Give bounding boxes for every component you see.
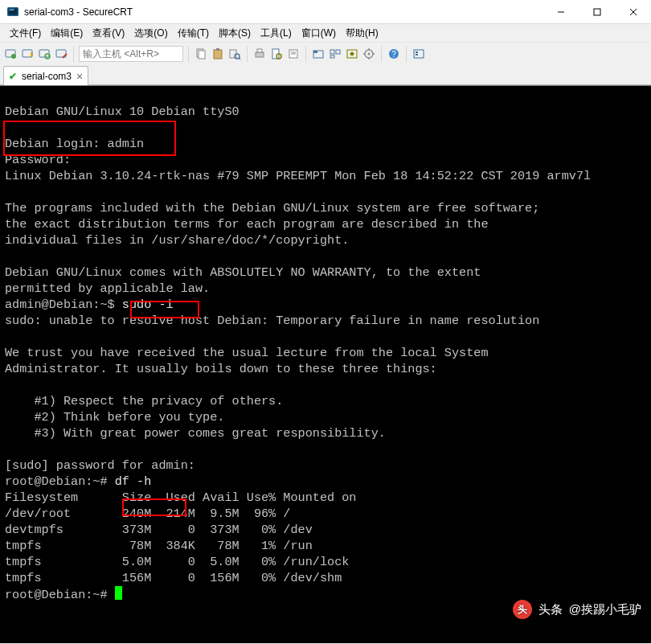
menu-transfer[interactable]: 传输(T) bbox=[173, 25, 214, 42]
menu-tools[interactable]: 工具(L) bbox=[256, 25, 297, 42]
toolbar-new-tab-icon[interactable] bbox=[311, 47, 326, 61]
terminal-prompt: root@Debian:~# bbox=[5, 474, 115, 489]
terminal-line: #2) Think before you type. bbox=[5, 410, 224, 425]
svg-point-35 bbox=[368, 52, 371, 55]
svg-rect-29 bbox=[313, 51, 317, 53]
terminal-line: Filesystem Size Used Avail Use% Mounted … bbox=[5, 490, 356, 505]
minimize-button[interactable] bbox=[542, 0, 579, 23]
toolbar-fullscreen-icon[interactable] bbox=[345, 47, 359, 61]
terminal-command: df -h bbox=[115, 474, 152, 489]
svg-rect-21 bbox=[256, 52, 264, 57]
toolbar-separator bbox=[247, 46, 248, 62]
terminal-line: tmpfs 5.0M 0 5.0M 0% /run/lock bbox=[5, 555, 349, 569]
terminal-line: permitted by applicable law. bbox=[5, 281, 210, 296]
toolbar-help-icon[interactable]: ? bbox=[387, 47, 401, 61]
toolbar-reconnect-icon[interactable] bbox=[37, 47, 51, 61]
window-titlebar: serial-com3 - SecureCRT bbox=[0, 0, 651, 24]
terminal-line: #3) With great power comes great respons… bbox=[5, 426, 386, 441]
tab-strip: ✔ serial-com3 × bbox=[0, 64, 651, 85]
terminal-line: Debian GNU/Linux 10 Debian ttyS0 bbox=[5, 105, 240, 119]
tab-close-icon[interactable]: × bbox=[76, 71, 83, 82]
svg-point-8 bbox=[11, 54, 16, 59]
terminal-line: individual files in /usr/share/doc/*/cop… bbox=[5, 233, 349, 248]
svg-rect-17 bbox=[216, 48, 219, 51]
toolbar-disconnect-icon[interactable] bbox=[54, 47, 68, 61]
toolbar-copy-icon[interactable] bbox=[194, 47, 208, 61]
terminal-prompt: admin@Debian:~$ bbox=[5, 297, 122, 312]
toolbar-find-icon[interactable] bbox=[227, 47, 242, 61]
toolbar-log-icon[interactable] bbox=[286, 47, 301, 61]
toolbar-tile-icon[interactable] bbox=[328, 47, 342, 61]
terminal-line: tmpfs 78M 384K 78M 1% /run bbox=[5, 539, 313, 553]
close-button[interactable] bbox=[615, 0, 651, 23]
terminal-line: the exact distribution terms for each pr… bbox=[5, 217, 489, 232]
toolbar-separator bbox=[381, 46, 382, 62]
toolbar-print-icon[interactable] bbox=[252, 47, 267, 61]
svg-rect-16 bbox=[214, 50, 222, 59]
terminal-line: Debian GNU/Linux comes with ABSOLUTELY N… bbox=[5, 265, 481, 280]
terminal-output: Debian GNU/Linux 10 Debian ttyS0 Debian … bbox=[0, 86, 651, 606]
toolbar-separator bbox=[406, 46, 407, 62]
menu-edit[interactable]: 编辑(E) bbox=[46, 25, 88, 42]
svg-rect-15 bbox=[199, 51, 205, 59]
terminal-line: Administrator. It usually boils down to … bbox=[5, 362, 437, 376]
tab-serial-com3[interactable]: ✔ serial-com3 × bbox=[3, 66, 88, 85]
menu-view[interactable]: 查看(V) bbox=[88, 25, 129, 42]
toolbar-connect-icon[interactable] bbox=[3, 47, 18, 61]
terminal-line: We trust you have received the usual lec… bbox=[5, 346, 489, 360]
cursor-icon bbox=[115, 586, 122, 600]
toolbar-separator bbox=[305, 46, 306, 62]
terminal-line: Password: bbox=[5, 153, 71, 167]
terminal-pane[interactable]: Debian GNU/Linux 10 Debian ttyS0 Debian … bbox=[0, 85, 651, 643]
toolbar-quick-connect-icon[interactable] bbox=[20, 47, 35, 61]
terminal-line: The programs included with the Debian GN… bbox=[5, 201, 539, 215]
terminal-line: Linux Debian 3.10.24-rtk-nas #79 SMP PRE… bbox=[5, 169, 591, 183]
app-icon bbox=[6, 6, 19, 18]
terminal-line: tmpfs 156M 0 156M 0% /dev/shm bbox=[5, 571, 342, 585]
window-controls bbox=[542, 0, 651, 23]
maximize-button[interactable] bbox=[579, 0, 615, 23]
toolbar-options-icon[interactable] bbox=[362, 47, 376, 61]
menu-script[interactable]: 脚本(S) bbox=[214, 25, 256, 42]
terminal-line: devtmpfs 373M 0 373M 0% /dev bbox=[5, 523, 313, 537]
watermark-logo-icon: 头 bbox=[513, 600, 532, 619]
watermark-handle: @挨踢小毛驴 bbox=[569, 602, 641, 617]
terminal-prompt: root@Debian:~# bbox=[5, 588, 115, 602]
terminal-command: sudo -i bbox=[122, 297, 174, 312]
svg-rect-2 bbox=[10, 9, 14, 10]
toolbar-separator bbox=[188, 46, 189, 62]
svg-rect-43 bbox=[416, 51, 418, 53]
svg-rect-31 bbox=[336, 50, 340, 54]
menu-window[interactable]: 窗口(W) bbox=[297, 25, 341, 42]
watermark: 头 头条 @挨踢小毛驴 bbox=[513, 600, 641, 619]
status-connected-icon: ✔ bbox=[9, 71, 17, 82]
watermark-brand: 头条 bbox=[538, 602, 563, 617]
menu-help[interactable]: 帮助(H) bbox=[341, 25, 383, 42]
svg-rect-4 bbox=[594, 9, 600, 15]
terminal-line: Debian login: admin bbox=[5, 137, 144, 151]
host-input[interactable] bbox=[79, 46, 183, 62]
toolbar-paste-icon[interactable] bbox=[211, 47, 225, 61]
toolbar-properties-icon[interactable] bbox=[269, 47, 284, 61]
svg-text:?: ? bbox=[391, 50, 396, 59]
terminal-line: [sudo] password for admin: bbox=[5, 458, 195, 473]
tab-label: serial-com3 bbox=[22, 71, 72, 82]
terminal-line: sudo: unable to resolve host Debian: Tem… bbox=[5, 314, 539, 328]
menu-options[interactable]: 选项(O) bbox=[129, 25, 172, 42]
menubar: 文件(F) 编辑(E) 查看(V) 选项(O) 传输(T) 脚本(S) 工具(L… bbox=[0, 24, 651, 42]
terminal-line: #1) Respect the privacy of others. bbox=[5, 394, 283, 408]
terminal-line: /dev/root 240M 214M 9.5M 96% / bbox=[5, 507, 290, 521]
svg-line-20 bbox=[239, 58, 240, 59]
svg-rect-42 bbox=[414, 50, 424, 58]
menu-file[interactable]: 文件(F) bbox=[5, 25, 46, 42]
svg-rect-44 bbox=[416, 54, 418, 55]
svg-rect-30 bbox=[330, 50, 334, 54]
window-title: serial-com3 - SecureCRT bbox=[24, 6, 542, 18]
toolbar: ? bbox=[0, 42, 651, 64]
svg-rect-22 bbox=[257, 49, 262, 52]
svg-rect-32 bbox=[330, 55, 334, 58]
toolbar-sessions-icon[interactable] bbox=[411, 47, 426, 61]
toolbar-separator bbox=[73, 46, 74, 62]
